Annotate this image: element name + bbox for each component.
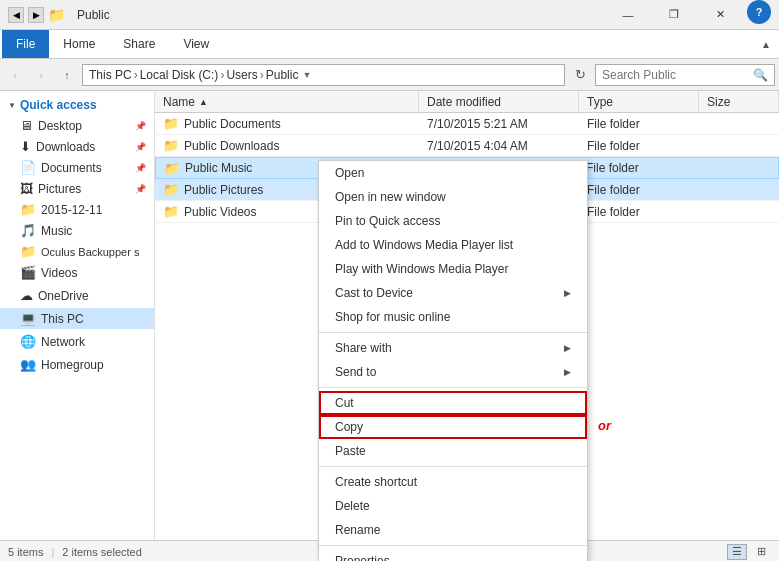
col-modified[interactable]: Date modified (419, 91, 579, 112)
sidebar-item-music[interactable]: 🎵 Music (0, 220, 154, 241)
pin-icon: 📌 (135, 184, 146, 194)
ctx-separator (319, 387, 587, 388)
file-row[interactable]: 📁 Public Documents 7/10/2015 5:21 AM Fil… (155, 113, 779, 135)
forward-button[interactable]: › (30, 64, 52, 86)
file-type: File folder (579, 179, 699, 200)
tab-view[interactable]: View (169, 30, 223, 58)
pictures-icon: 🖼 (20, 181, 33, 196)
path-public[interactable]: Public (266, 68, 299, 82)
file-size (699, 201, 779, 222)
or-annotation-label: or (598, 418, 611, 433)
quick-access-header[interactable]: ▼ Quick access (0, 95, 154, 115)
thispc-icon: 💻 (20, 311, 36, 326)
col-name[interactable]: Name ▲ (155, 91, 419, 112)
file-type: File folder (578, 158, 698, 178)
close-button[interactable]: ✕ (697, 0, 743, 30)
path-users[interactable]: Users (226, 68, 257, 82)
pin-icon: 📌 (135, 163, 146, 173)
sidebar-item-documents[interactable]: 📄 Documents 📌 (0, 157, 154, 178)
sidebar-item-videos[interactable]: 🎬 Videos (0, 262, 154, 283)
videos-icon: 🎬 (20, 265, 36, 280)
sidebar-item-onedrive[interactable]: ☁ OneDrive (0, 285, 154, 306)
ctx-copy[interactable]: Copy (319, 415, 587, 439)
file-type: File folder (579, 135, 699, 156)
ctx-cast-to-device[interactable]: Cast to Device ▶ (319, 281, 587, 305)
sidebar-item-downloads[interactable]: ⬇ Downloads 📌 (0, 136, 154, 157)
col-size[interactable]: Size (699, 91, 779, 112)
ribbon-expand-button[interactable]: ▲ (753, 35, 779, 54)
ctx-open-new-window[interactable]: Open in new window (319, 185, 587, 209)
sidebar-item-oculus[interactable]: 📁 Oculus Backupper s (0, 241, 154, 262)
sort-arrow: ▲ (199, 97, 208, 107)
file-size (699, 179, 779, 200)
address-path[interactable]: This PC › Local Disk (C:) › Users › Publ… (82, 64, 565, 86)
search-input[interactable] (602, 68, 749, 82)
sidebar-item-desktop[interactable]: 🖥 Desktop 📌 (0, 115, 154, 136)
file-size (699, 113, 779, 134)
help-button[interactable]: ? (747, 0, 771, 24)
homegroup-section: 👥 Homegroup (0, 354, 154, 375)
ctx-open[interactable]: Open (319, 161, 587, 185)
ribbon-tabs: File Home Share View ▲ (0, 30, 779, 58)
music-icon: 🎵 (20, 223, 36, 238)
network-section: 🌐 Network (0, 331, 154, 352)
search-box[interactable]: 🔍 (595, 64, 775, 86)
file-type: File folder (579, 113, 699, 134)
ctx-add-wmp-list[interactable]: Add to Windows Media Player list (319, 233, 587, 257)
file-row[interactable]: 📁 Public Downloads 7/10/2015 4:04 AM Fil… (155, 135, 779, 157)
path-local-disk[interactable]: Local Disk (C:) (140, 68, 219, 82)
sidebar-item-homegroup[interactable]: 👥 Homegroup (0, 354, 154, 375)
path-this-pc[interactable]: This PC (89, 68, 132, 82)
thispc-label: This PC (41, 312, 84, 326)
thispc-section: 💻 This PC (0, 308, 154, 329)
col-type[interactable]: Type (579, 91, 699, 112)
tab-file[interactable]: File (2, 30, 49, 58)
ctx-paste[interactable]: Paste (319, 439, 587, 463)
onedrive-label: OneDrive (38, 289, 89, 303)
file-type: File folder (579, 201, 699, 222)
ctx-separator (319, 332, 587, 333)
folder-icon: 📁 (163, 204, 179, 219)
minimize-button[interactable]: — (605, 0, 651, 30)
downloads-icon: ⬇ (20, 139, 31, 154)
folder-icon: 📁 (20, 244, 36, 259)
path-dropdown-arrow[interactable]: ▼ (302, 70, 311, 80)
documents-icon: 📄 (20, 160, 36, 175)
expand-icon: ▼ (8, 101, 16, 110)
title-bar-icons: ◀ ▶ 📁 (8, 7, 69, 23)
folder-icon: 📁 (20, 202, 36, 217)
ctx-send-to[interactable]: Send to ▶ (319, 360, 587, 384)
ctx-rename[interactable]: Rename (319, 518, 587, 542)
search-icon: 🔍 (753, 68, 768, 82)
folder-icon: 📁 (48, 7, 65, 23)
ctx-cut[interactable]: Cut (319, 391, 587, 415)
ctx-play-wmp[interactable]: Play with Windows Media Player (319, 257, 587, 281)
ctx-create-shortcut[interactable]: Create shortcut (319, 470, 587, 494)
submenu-arrow: ▶ (564, 288, 571, 298)
window-title: Public (77, 8, 605, 22)
folder-icon: 📁 (163, 116, 179, 131)
tab-home[interactable]: Home (49, 30, 109, 58)
ctx-share-with[interactable]: Share with ▶ (319, 336, 587, 360)
tab-share[interactable]: Share (109, 30, 169, 58)
window-controls: — ❐ ✕ ? (605, 0, 771, 30)
restore-button[interactable]: ❐ (651, 0, 697, 30)
pin-icon: 📌 (135, 142, 146, 152)
sidebar-item-thispc[interactable]: 💻 This PC (0, 308, 154, 329)
ctx-delete[interactable]: Delete (319, 494, 587, 518)
sidebar: ▼ Quick access 🖥 Desktop 📌 ⬇ Downloads 📌… (0, 91, 155, 540)
ctx-shop-music[interactable]: Shop for music online (319, 305, 587, 329)
back-button[interactable]: ‹ (4, 64, 26, 86)
onedrive-section: ☁ OneDrive (0, 285, 154, 306)
sidebar-item-label: Music (41, 224, 72, 238)
large-icons-view-button[interactable]: ⊞ (751, 544, 771, 560)
sidebar-item-network[interactable]: 🌐 Network (0, 331, 154, 352)
file-name: 📁 Public Downloads (155, 135, 419, 156)
ctx-properties[interactable]: Properties (319, 549, 587, 561)
refresh-button[interactable]: ↻ (569, 64, 591, 86)
sidebar-item-2015[interactable]: 📁 2015-12-11 (0, 199, 154, 220)
sidebar-item-pictures[interactable]: 🖼 Pictures 📌 (0, 178, 154, 199)
ctx-pin-quick-access[interactable]: Pin to Quick access (319, 209, 587, 233)
up-button[interactable]: ↑ (56, 64, 78, 86)
details-view-button[interactable]: ☰ (727, 544, 747, 560)
